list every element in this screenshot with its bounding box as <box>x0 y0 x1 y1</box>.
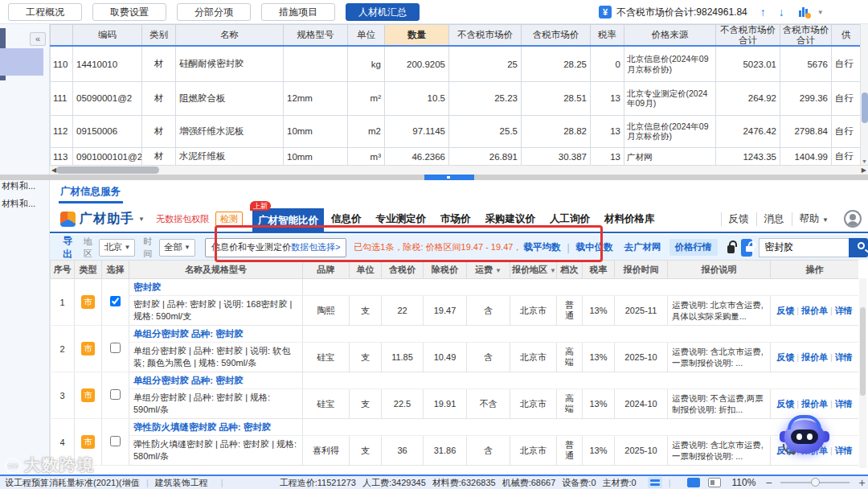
unlock-icon[interactable] <box>741 239 753 257</box>
col-header-freight[interactable]: 运费 ▼ <box>467 261 510 279</box>
feedback-link[interactable]: 反馈 <box>776 352 794 362</box>
material-group-title[interactable]: 密封胶 <box>129 279 303 296</box>
tab-subsection[interactable]: 分部分项 <box>177 3 251 21</box>
load-median-link[interactable]: 载中位数 <box>576 241 613 253</box>
splitter-drag-handle[interactable] <box>424 175 474 180</box>
data-package-select-button[interactable]: 信息价和专业测定价数据包选择> <box>205 238 346 257</box>
scrollbar-thumb[interactable] <box>860 307 866 396</box>
feedback-link[interactable]: 反馈 <box>721 212 756 226</box>
col-header-code[interactable]: 编码 <box>73 25 142 47</box>
col-header-quote-date[interactable]: 报价时间 <box>615 261 668 279</box>
message-link[interactable]: 消息 <box>756 212 792 226</box>
load-average-link[interactable]: 载平均数 <box>523 241 560 253</box>
feedback-link[interactable]: 反馈 <box>776 306 794 315</box>
col-header-price-incl[interactable]: 含税市场价 <box>522 25 591 47</box>
sidebar-item-materials-1[interactable]: 材料和... <box>2 180 50 192</box>
tab-info-price[interactable]: 信息价 <box>324 212 369 226</box>
col-header-quantity[interactable]: 数量 <box>385 25 449 47</box>
scrollbar-thumb[interactable] <box>56 166 159 174</box>
caret-down-icon[interactable]: ▼ <box>495 267 502 274</box>
quote-row-detail[interactable]: 单组分密封胶 | 品种: 密封胶 | 规格: 590ml/条 硅宝 支 22.5… <box>51 389 859 419</box>
detail-link[interactable]: 详情 <box>835 352 853 362</box>
col-header-price-incl[interactable]: 含税价 <box>382 261 424 279</box>
single-pane-view-icon[interactable] <box>687 478 700 487</box>
material-group-title[interactable]: 单组分密封胶 品种: 密封胶 <box>129 326 303 343</box>
region-select[interactable]: 北京▼ <box>99 239 135 257</box>
split-pane-view-icon[interactable] <box>708 478 721 487</box>
list-view-icon[interactable] <box>648 477 662 488</box>
column-settings-caret-icon[interactable]: ▼ <box>817 9 824 16</box>
sidebar-item-materials-2[interactable]: 材料和... <box>2 198 50 210</box>
quote-sheet-link[interactable]: 报价单 <box>801 399 828 409</box>
col-header-price-excl[interactable]: 除税价 <box>424 261 467 279</box>
go-guangcai-site-link[interactable]: 去广材网 <box>624 241 661 253</box>
upper-table-horizontal-scrollbar[interactable]: ◀ ▶ <box>50 165 868 175</box>
help-menu[interactable]: 帮助 ▼ <box>792 212 836 226</box>
quote-row-detail[interactable]: 弹性防火填缝密封胶 | 品种: 密封胶 | 规格: 580ml/条 喜利得 支 … <box>51 436 859 466</box>
col-header-brand[interactable]: 品牌 <box>303 261 350 279</box>
row-checkbox[interactable] <box>110 436 121 446</box>
search-input[interactable] <box>759 238 849 257</box>
zoom-slider[interactable] <box>780 482 850 483</box>
material-group-title[interactable]: 单组分密封胶 品种: 密封胶 <box>129 372 303 389</box>
col-header-unit[interactable]: 单位 <box>348 25 385 47</box>
material-group-title[interactable]: 弹性防火填缝密封胶 品种: 密封胶 <box>129 419 303 436</box>
sidebar-selected-item[interactable] <box>0 48 43 76</box>
table-row[interactable]: 110 14410010 材 硅酮耐候密封胶 kg 200.9205 25 28… <box>51 46 861 81</box>
pane-splitter[interactable] <box>0 175 868 180</box>
tab-market-price[interactable]: 市场价 <box>433 212 478 226</box>
col-header-name-spec[interactable]: 名称及规格型号 <box>129 261 303 279</box>
move-down-icon[interactable]: ↓ <box>779 6 784 18</box>
row-checkbox[interactable] <box>110 296 121 306</box>
brand-caret-icon[interactable]: ▼ <box>138 216 145 223</box>
feedback-link[interactable]: 反馈 <box>776 399 794 409</box>
tab-labor-material-summary[interactable]: 人材机汇总 <box>346 3 420 21</box>
quote-row-detail[interactable]: 单组分密封胶 | 品种: 密封胶 | 说明: 软包装; 颜色为黑色 | 规格: … <box>51 343 859 372</box>
zoom-in-button[interactable]: + <box>859 476 866 489</box>
col-header-name[interactable]: 名称 <box>176 25 284 47</box>
quote-sheet-link[interactable]: 报价单 <box>801 352 828 362</box>
zoom-slider-knob[interactable] <box>811 478 820 487</box>
col-header-total-excl[interactable]: 不含税市场价合计 <box>716 25 780 47</box>
user-avatar[interactable] <box>844 210 862 228</box>
detail-link[interactable]: 详情 <box>835 306 853 315</box>
tab-purchase-suggestion[interactable]: 采购建议价 <box>477 212 542 226</box>
price-quote-button[interactable]: 价格行情 <box>669 239 718 256</box>
assistant-robot-mascot[interactable] <box>778 412 831 460</box>
tab-labor-inquiry[interactable]: 人工询价 <box>542 212 597 226</box>
scroll-down-icon[interactable]: ▼ <box>862 158 867 164</box>
col-header-price-source[interactable]: 价格来源 <box>624 25 716 47</box>
detail-link[interactable]: 详情 <box>835 446 853 455</box>
row-checkbox[interactable] <box>110 343 121 353</box>
col-header-category[interactable]: 类别 <box>142 25 176 47</box>
export-link[interactable]: 导出 <box>63 234 76 261</box>
col-header-tax-rate[interactable]: 税率 <box>591 25 624 47</box>
col-header-select[interactable]: 选择 <box>102 261 129 279</box>
quote-row-detail[interactable]: 密封胶 | 品种: 密封胶 | 说明: 168密封胶 | 规格: 590ml/支… <box>51 296 859 326</box>
col-header-price-excl[interactable]: 不含税市场价 <box>449 25 522 47</box>
table-row[interactable]: 112 09150006 材 增强纤维水泥板 10mm m2 97.1145 2… <box>51 115 861 147</box>
move-up-icon[interactable]: ↑ <box>760 6 766 18</box>
scrollbar-thumb[interactable] <box>862 92 868 123</box>
time-select[interactable]: 全部▼ <box>159 239 195 257</box>
search-button[interactable] <box>849 238 868 257</box>
col-header-quote-region[interactable]: 报价地区 ▼ <box>510 261 557 279</box>
zoom-out-button[interactable]: − <box>765 476 772 489</box>
table-row[interactable]: 111 05090001@2 材 阻燃胶合板 12mm m² 10.5 25.2… <box>51 81 861 115</box>
table-row[interactable]: 113 0901000101@2 材 水泥纤维板 10mm m³ 46.2366… <box>51 147 861 165</box>
tab-professional-price[interactable]: 专业测定价 <box>368 212 433 226</box>
caret-down-icon[interactable]: ▼ <box>550 267 556 274</box>
col-header-supply[interactable]: 供 <box>832 25 861 47</box>
check-button[interactable]: 检测 <box>215 212 243 227</box>
detail-link[interactable]: 详情 <box>835 399 853 409</box>
column-settings-icon[interactable] <box>799 7 808 17</box>
upper-table-vertical-scrollbar[interactable]: ▼ <box>860 24 868 165</box>
lower-table-vertical-scrollbar[interactable] <box>859 278 866 468</box>
tab-material-price-library[interactable]: 材料价格库 <box>597 212 662 226</box>
quote-sheet-link[interactable]: 报价单 <box>801 306 828 315</box>
col-header-total-incl[interactable]: 含税市场价合计 <box>780 25 832 47</box>
lock-icon[interactable] <box>727 245 735 253</box>
tab-smart-price-compare[interactable]: 上新 广材智能比价 <box>252 208 324 232</box>
row-checkbox[interactable] <box>110 389 121 400</box>
tab-measure-items[interactable]: 措施项目 <box>261 3 335 21</box>
